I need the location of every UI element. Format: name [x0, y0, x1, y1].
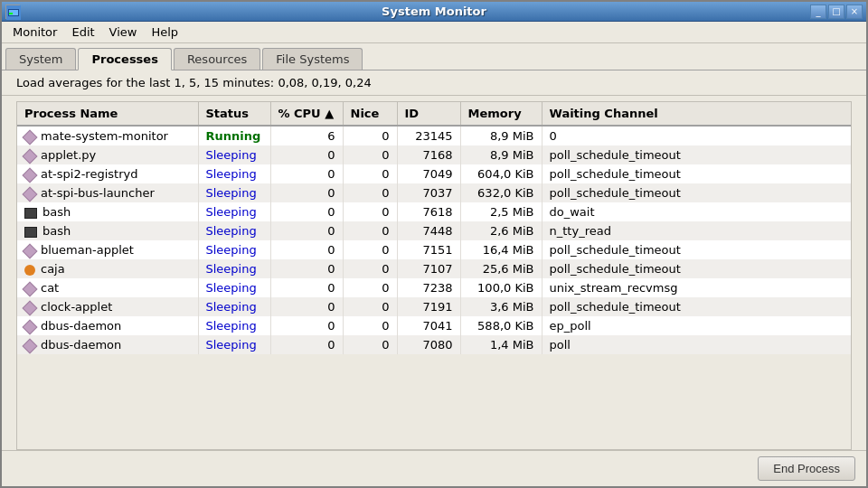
process-id-cell: 7080 [397, 335, 460, 354]
process-memory-cell: 8,9 MiB [460, 145, 542, 164]
process-status-cell: Sleeping [198, 202, 270, 221]
process-id-cell: 7107 [397, 259, 460, 278]
process-waiting-cell: do_wait [542, 202, 851, 221]
menu-view[interactable]: View [102, 23, 145, 41]
process-status-cell: Sleeping [198, 297, 270, 316]
process-cpu-cell: 0 [270, 202, 343, 221]
process-name-cell: clock-applet [17, 297, 198, 316]
tab-processes[interactable]: Processes [78, 48, 171, 70]
process-id-cell: 7151 [397, 240, 460, 259]
process-waiting-cell: 0 [542, 126, 851, 145]
main-window: System Monitor _ □ × Monitor Edit View H… [0, 0, 868, 488]
process-status-cell: Sleeping [198, 145, 270, 164]
process-nice-cell: 0 [343, 183, 397, 202]
col-waiting[interactable]: Waiting Channel [542, 102, 851, 126]
process-cpu-cell: 0 [270, 183, 343, 202]
col-nice[interactable]: Nice [343, 102, 397, 126]
table-row[interactable]: applet.pySleeping0071688,9 MiBpoll_sched… [17, 145, 851, 164]
process-memory-cell: 632,0 KiB [460, 183, 542, 202]
process-status-cell: Sleeping [198, 240, 270, 259]
table-row[interactable]: bashSleeping0074482,6 MiBn_tty_read [17, 221, 851, 240]
titlebar-left [5, 5, 20, 19]
process-cpu-cell: 0 [270, 297, 343, 316]
process-id-cell: 7037 [397, 183, 460, 202]
process-status-cell: Sleeping [198, 278, 270, 297]
process-nice-cell: 0 [343, 335, 397, 354]
process-waiting-cell: poll_schedule_timeout [542, 240, 851, 259]
process-memory-cell: 588,0 KiB [460, 316, 542, 335]
process-memory-cell: 604,0 KiB [460, 164, 542, 183]
process-nice-cell: 0 [343, 126, 397, 145]
process-id-cell: 7618 [397, 202, 460, 221]
end-process-button[interactable]: End Process [758, 456, 855, 481]
tab-system[interactable]: System [5, 48, 76, 70]
process-waiting-cell: poll_schedule_timeout [542, 183, 851, 202]
tabs-bar: System Processes Resources File Systems [2, 43, 866, 70]
process-memory-cell: 2,6 MiB [460, 221, 542, 240]
process-status-cell: Sleeping [198, 316, 270, 335]
minimize-button[interactable]: _ [810, 5, 826, 19]
process-name-cell: dbus-daemon [17, 335, 198, 354]
titlebar-title: System Monitor [382, 5, 486, 18]
process-nice-cell: 0 [343, 240, 397, 259]
table-row[interactable]: catSleeping007238100,0 KiBunix_stream_re… [17, 278, 851, 297]
process-cpu-cell: 0 [270, 240, 343, 259]
process-nice-cell: 0 [343, 221, 397, 240]
load-averages-text: Load averages for the last 1, 5, 15 minu… [16, 76, 372, 89]
process-memory-cell: 1,4 MiB [460, 335, 542, 354]
process-status-cell: Running [198, 126, 270, 145]
process-memory-cell: 100,0 KiB [460, 278, 542, 297]
process-status-cell: Sleeping [198, 221, 270, 240]
process-nice-cell: 0 [343, 278, 397, 297]
process-cpu-cell: 6 [270, 126, 343, 145]
process-nice-cell: 0 [343, 259, 397, 278]
menu-edit[interactable]: Edit [64, 23, 101, 41]
process-name-cell: dbus-daemon [17, 316, 198, 335]
col-process-name[interactable]: Process Name [17, 102, 198, 126]
table-row[interactable]: cajaSleeping00710725,6 MiBpoll_schedule_… [17, 259, 851, 278]
process-cpu-cell: 0 [270, 221, 343, 240]
process-id-cell: 7049 [397, 164, 460, 183]
table-row[interactable]: dbus-daemonSleeping007041588,0 KiBep_pol… [17, 316, 851, 335]
process-cpu-cell: 0 [270, 335, 343, 354]
process-cpu-cell: 0 [270, 259, 343, 278]
col-id[interactable]: ID [397, 102, 460, 126]
titlebar-buttons: _ □ × [810, 5, 863, 19]
col-cpu[interactable]: % CPU ▲ [270, 102, 343, 126]
process-memory-cell: 3,6 MiB [460, 297, 542, 316]
process-name-cell: caja [17, 259, 198, 278]
process-memory-cell: 25,6 MiB [460, 259, 542, 278]
menubar: Monitor Edit View Help [2, 22, 866, 43]
col-status[interactable]: Status [198, 102, 270, 126]
table-row[interactable]: bashSleeping0076182,5 MiBdo_wait [17, 202, 851, 221]
process-name-cell: mate-system-monitor [17, 126, 198, 145]
process-cpu-cell: 0 [270, 145, 343, 164]
close-button[interactable]: × [846, 5, 863, 19]
bottom-bar: End Process [2, 450, 866, 486]
table-row[interactable]: at-spi2-registrydSleeping007049604,0 KiB… [17, 164, 851, 183]
process-waiting-cell: poll_schedule_timeout [542, 297, 851, 316]
tab-resources[interactable]: Resources [174, 48, 260, 70]
menu-monitor[interactable]: Monitor [5, 23, 64, 41]
process-waiting-cell: poll_schedule_timeout [542, 259, 851, 278]
process-nice-cell: 0 [343, 202, 397, 221]
process-table-container[interactable]: Process Name Status % CPU ▲ Nice ID Memo… [16, 101, 852, 450]
table-row[interactable]: mate-system-monitorRunning60231458,9 MiB… [17, 126, 851, 145]
table-row[interactable]: clock-appletSleeping0071913,6 MiBpoll_sc… [17, 297, 851, 316]
process-name-cell: blueman-applet [17, 240, 198, 259]
process-name-cell: bash [17, 221, 198, 240]
process-status-cell: Sleeping [198, 259, 270, 278]
menu-help[interactable]: Help [144, 23, 185, 41]
tab-filesystems[interactable]: File Systems [262, 48, 363, 70]
process-status-cell: Sleeping [198, 183, 270, 202]
process-status-cell: Sleeping [198, 335, 270, 354]
maximize-button[interactable]: □ [828, 5, 844, 19]
process-name-cell: at-spi2-registryd [17, 164, 198, 183]
process-waiting-cell: ep_poll [542, 316, 851, 335]
load-averages: Load averages for the last 1, 5, 15 minu… [2, 70, 866, 96]
table-row[interactable]: dbus-daemonSleeping0070801,4 MiBpoll [17, 335, 851, 354]
table-row[interactable]: at-spi-bus-launcherSleeping007037632,0 K… [17, 183, 851, 202]
process-name-cell: cat [17, 278, 198, 297]
table-row[interactable]: blueman-appletSleeping00715116,4 MiBpoll… [17, 240, 851, 259]
col-memory[interactable]: Memory [460, 102, 542, 126]
